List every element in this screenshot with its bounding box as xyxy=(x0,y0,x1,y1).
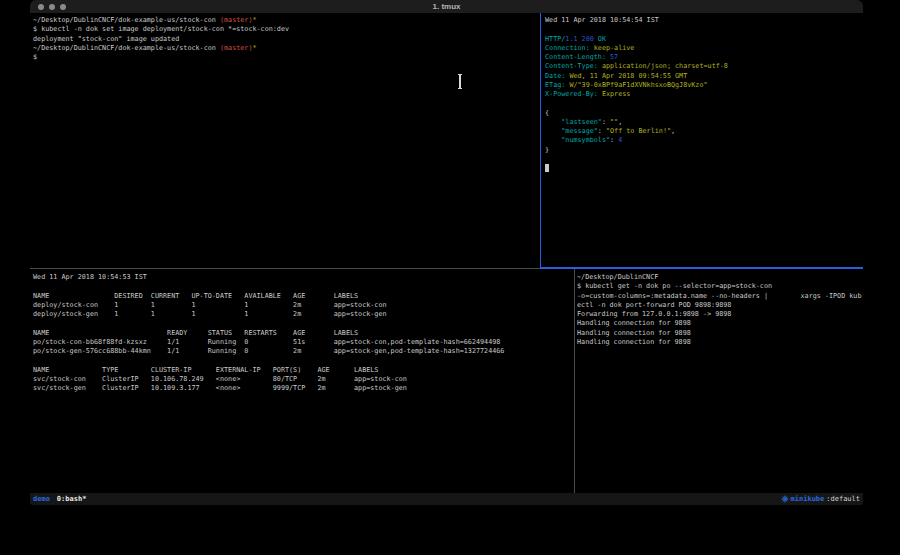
text-segment: $ xyxy=(33,53,37,61)
terminal-line: Wed 11 Apr 2018 10:54:54 IST xyxy=(545,16,863,25)
text-segment: -o=custom-columns=:metadata.name --no-he… xyxy=(577,292,861,300)
text-segment: NAME DESIRED CURRENT UP-TO-DATE AVAILABL… xyxy=(33,292,358,300)
pane-divider-horizontal-left[interactable] xyxy=(30,268,540,269)
terminal-line: X-Powered-By: Express xyxy=(545,90,863,99)
terminal-line xyxy=(545,99,863,108)
text-segment: keep-alive xyxy=(594,44,635,52)
text-segment: Handling connection for 9898 xyxy=(577,329,691,337)
text-segment: } xyxy=(545,146,549,154)
text-segment: 4 xyxy=(618,136,622,144)
text-segment: (master) xyxy=(220,44,253,52)
pane-bottom-right-port-forward[interactable]: ~/Desktop/DublinCNCF$ kubectl get -n dok… xyxy=(575,269,863,493)
text-segment: po/stock-gen-576cc688bb-44kmn 1/1 Runnin… xyxy=(33,347,504,355)
kubernetes-helm-icon xyxy=(781,495,789,503)
text-segment: ectl -n dok port-forward POD 9898:9898 xyxy=(577,301,731,309)
window-titlebar[interactable]: 1. tmux xyxy=(30,0,863,13)
terminal-line xyxy=(545,155,863,164)
terminal-line: $ kubectl -n dok set image deployment/st… xyxy=(33,25,542,34)
text-segment: svc/stock-gen ClusterIP 10.109.3.177 <no… xyxy=(33,384,407,392)
text-segment: : xyxy=(602,118,610,126)
text-segment: ~/Desktop/DublinCNCF/dok-example-us/stoc… xyxy=(33,16,220,24)
text-segment: Express xyxy=(602,90,630,98)
terminal-line: HTTP/1.1 200 OK xyxy=(545,35,863,44)
pane-top-right-http-response[interactable]: Wed 11 Apr 2018 10:54:54 IST HTTP/1.1 20… xyxy=(541,13,863,270)
text-segment: $ kubectl get -n dok po --selector=app=s… xyxy=(577,282,772,290)
text-segment: svc/stock-con ClusterIP 10.106.78.249 <n… xyxy=(33,375,407,383)
text-segment: $ kubectl -n dok set image deployment/st… xyxy=(33,25,289,33)
text-segment: HTTP/ xyxy=(545,35,565,43)
text-segment: (master) xyxy=(220,16,253,24)
text-segment: Date: xyxy=(545,72,569,80)
text-segment: 57 xyxy=(610,53,618,61)
text-segment: OK xyxy=(598,35,606,43)
terminal-line: Connection: keep-alive xyxy=(545,44,863,53)
terminal-line: Wed 11 Apr 2018 10:54:53 IST xyxy=(33,273,576,282)
terminal-line: $ kubectl get -n dok po --selector=app=s… xyxy=(577,282,863,291)
terminal-line: Date: Wed, 11 Apr 2018 09:54:55 GMT xyxy=(545,72,863,81)
text-segment xyxy=(545,118,561,126)
text-segment: Wed 11 Apr 2018 10:54:54 IST xyxy=(545,16,659,24)
text-segment: ~/Desktop/DublinCNCF/dok-example-us/stoc… xyxy=(33,44,220,52)
terminal-line: Content-Length: 57 xyxy=(545,53,863,62)
text-segment: Forwarding from 127.0.0.1:9898 -> 9898 xyxy=(577,310,731,318)
text-segment: * xyxy=(252,44,256,52)
text-segment: Connection: xyxy=(545,44,594,52)
terminal-line: "lastseen": "", xyxy=(545,118,863,127)
text-segment: application/json; charset=utf-8 xyxy=(602,62,728,70)
text-segment: * xyxy=(252,16,256,24)
terminal-line xyxy=(545,164,863,173)
text-segment: 1.1 200 xyxy=(565,35,598,43)
terminal-line: ectl -n dok port-forward POD 9898:9898 xyxy=(577,301,863,310)
terminal-line xyxy=(33,319,576,328)
kube-namespace: :default xyxy=(826,495,860,503)
text-segment: Content-Type: xyxy=(545,62,602,70)
text-segment: : xyxy=(610,136,618,144)
pane-divider-vertical-top[interactable] xyxy=(540,13,542,269)
terminal-window: 1. tmux ~/Desktop/DublinCNCF/dok-example… xyxy=(30,0,863,505)
terminal-line: deploy/stock-con 1 1 1 1 2m app=stock-co… xyxy=(33,301,576,310)
pane-divider-vertical-bottom[interactable] xyxy=(574,269,575,493)
text-segment: deploy/stock-con 1 1 1 1 2m app=stock-co… xyxy=(33,301,387,309)
kube-context: minikube xyxy=(791,495,825,503)
window-tab-bash[interactable]: 0:bash* xyxy=(57,495,87,503)
terminal-line xyxy=(545,25,863,34)
terminal-line: svc/stock-con ClusterIP 10.106.78.249 <n… xyxy=(33,375,576,384)
terminal-line xyxy=(33,356,576,365)
session-name: demo xyxy=(33,495,50,503)
cursor-block xyxy=(545,164,549,172)
terminal-line: po/stock-gen-576cc688bb-44kmn 1/1 Runnin… xyxy=(33,347,576,356)
text-segment xyxy=(545,127,561,135)
text-segment: Wed 11 Apr 2018 10:54:53 IST xyxy=(33,273,147,281)
tmux-terminal: ~/Desktop/DublinCNCF/dok-example-us/stoc… xyxy=(30,13,863,493)
terminal-line: deploy/stock-gen 1 1 1 1 2m app=stock-ge… xyxy=(33,310,576,319)
text-segment: { xyxy=(545,109,549,117)
terminal-line: NAME TYPE CLUSTER-IP EXTERNAL-IP PORT(S)… xyxy=(33,366,576,375)
text-segment: deploy/stock-gen 1 1 1 1 2m app=stock-ge… xyxy=(33,310,387,318)
text-segment: , xyxy=(618,118,622,126)
text-segment: Content-Length: xyxy=(545,53,610,61)
terminal-line: "message": "Off to Berlin!", xyxy=(545,127,863,136)
terminal-line: Handling connection for 9898 xyxy=(577,338,863,347)
text-segment xyxy=(545,136,561,144)
pane-bottom-left-kubectl-get[interactable]: Wed 11 Apr 2018 10:54:53 IST NAME DESIRE… xyxy=(30,269,576,493)
terminal-line: Handling connection for 9898 xyxy=(577,329,863,338)
terminal-line: -o=custom-columns=:metadata.name --no-he… xyxy=(577,292,863,301)
terminal-line xyxy=(33,282,576,291)
terminal-line: Forwarding from 127.0.0.1:9898 -> 9898 xyxy=(577,310,863,319)
terminal-line: "numsymbols": 4 xyxy=(545,136,863,145)
pane-top-left-shell[interactable]: ~/Desktop/DublinCNCF/dok-example-us/stoc… xyxy=(30,13,542,270)
terminal-line: NAME DESIRED CURRENT UP-TO-DATE AVAILABL… xyxy=(33,292,576,301)
text-segment: "message" xyxy=(561,127,598,135)
text-segment: "numsymbols" xyxy=(561,136,610,144)
terminal-line: po/stock-con-bb68f88fd-kzsxz 1/1 Running… xyxy=(33,338,576,347)
text-segment: : xyxy=(598,127,606,135)
tmux-status-bar: demo 0:bash* minikube:default xyxy=(30,493,863,505)
pane-divider-horizontal-right[interactable] xyxy=(540,267,864,269)
terminal-line: ~/Desktop/DublinCNCF/dok-example-us/stoc… xyxy=(33,44,542,53)
text-segment: Wed, 11 Apr 2018 09:54:55 GMT xyxy=(569,72,687,80)
terminal-line: ~/Desktop/DublinCNCF xyxy=(577,273,863,282)
terminal-line: deployment "stock-con" image updated xyxy=(33,35,542,44)
text-segment: "lastseen" xyxy=(561,118,602,126)
terminal-line: { xyxy=(545,109,863,118)
terminal-line: NAME READY STATUS RESTARTS AGE LABELS xyxy=(33,329,576,338)
